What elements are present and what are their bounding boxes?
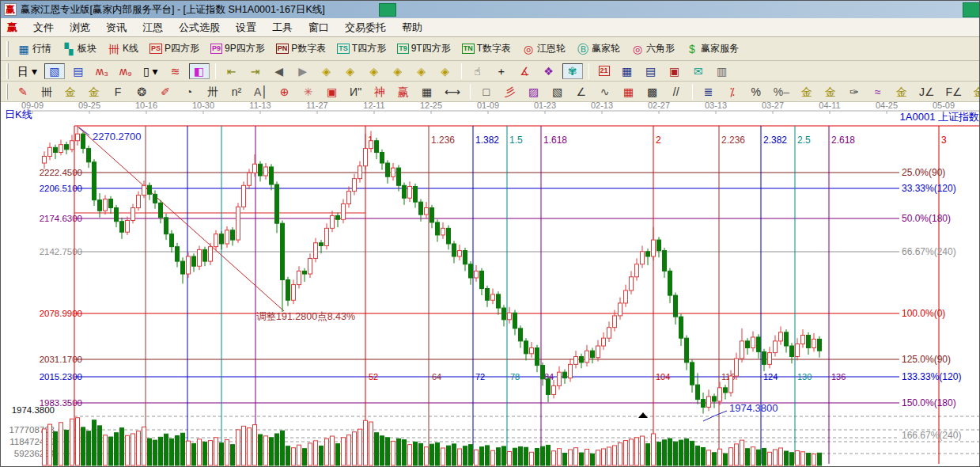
gold-underline-tool[interactable]: 金	[891, 84, 912, 100]
zoom-left-button[interactable]: ◈	[316, 63, 337, 79]
winner-wheel-button[interactable]: Ⓑ赢家轮	[573, 40, 624, 57]
percent-line-tool[interactable]: %–	[770, 84, 793, 100]
brain-tool[interactable]: ✾	[562, 63, 583, 79]
seal-tool[interactable]: ❖	[539, 63, 559, 79]
title-bar[interactable]: 赢 赢家江恩专业版[赢家内部服务平台] - [上证指数 SH1A0001-167…	[1, 1, 980, 18]
chart-region[interactable]: 日K线1A0001 上证指数09-0909-2510-1610-3011-131…	[1, 102, 980, 467]
grid-red-tool[interactable]: ▦	[619, 84, 639, 100]
t-table-button[interactable]: TNT数字表	[458, 40, 515, 57]
zigzag-tool[interactable]: ∿	[595, 84, 615, 100]
pencil2-tool[interactable]: ✐	[155, 84, 176, 100]
nav-next-button[interactable]: ▶	[293, 63, 313, 79]
gold-lines-tool[interactable]: 金	[820, 84, 841, 100]
angle-measure-tool[interactable]: ∡	[515, 63, 535, 79]
parallel-tool[interactable]: //	[666, 84, 687, 100]
scale-list-tool[interactable]: ≣	[698, 84, 719, 100]
wave-a-tool[interactable]: ≈	[868, 84, 888, 100]
grid123-tool[interactable]: ▦	[417, 84, 437, 100]
zoom-out-button[interactable]: ◈	[435, 63, 456, 79]
p-square-button[interactable]: PSP四方形	[146, 40, 203, 57]
period-day-dropdown[interactable]: 日 ▾	[13, 63, 41, 79]
menu-item-6[interactable]: 设置	[228, 19, 264, 36]
n-square-tool[interactable]: n²	[226, 84, 247, 100]
gold-comb-tool[interactable]: 金	[60, 84, 81, 100]
zoom-right-button[interactable]: ◈	[340, 63, 361, 79]
menu-item-8[interactable]: 窗口	[301, 19, 337, 36]
menu-item-4[interactable]: 江恩	[134, 19, 171, 36]
grid-circle-tool[interactable]: ▣	[322, 84, 342, 100]
t-square-button[interactable]: TST四方形	[333, 40, 390, 57]
fractal-tool[interactable]: ≋	[165, 63, 186, 79]
comb2-tool[interactable]: 卅	[202, 84, 223, 100]
calculator-tool[interactable]: ▦	[617, 63, 638, 79]
save-tool[interactable]: ▣	[664, 63, 685, 79]
9t-square-button[interactable]: T99T四方形	[393, 40, 455, 57]
sector-button[interactable]: ▚板块	[59, 40, 100, 57]
hexagon-button[interactable]: ◎六角形	[627, 40, 679, 57]
clock-circle-tool[interactable]: ◔	[179, 84, 199, 100]
circle-cross-tool[interactable]: ⊕	[274, 84, 295, 100]
a-channel-tool[interactable]: A⎮	[250, 84, 271, 100]
percent-tool[interactable]: %	[746, 84, 766, 100]
9p-square-button[interactable]: P99P四方形	[206, 40, 269, 57]
k-quote-tool[interactable]: И"	[346, 84, 366, 100]
menu-item-3[interactable]: 资讯	[98, 19, 134, 36]
fan-square-tool[interactable]: ▧	[547, 84, 568, 100]
kline-button[interactable]: 卌K线	[104, 40, 142, 57]
menu-item-2[interactable]: 浏览	[62, 19, 98, 36]
spiral5-tool[interactable]: ❂	[131, 84, 152, 100]
shen-tool[interactable]: 神	[369, 84, 390, 100]
menu-item-10[interactable]: 帮助	[394, 19, 430, 36]
f-angle-tool[interactable]: F∠	[942, 84, 967, 100]
quote-button[interactable]: ▦行情	[13, 40, 55, 57]
pattern-tool[interactable]: ▧	[44, 63, 65, 79]
j-angle-tool[interactable]: J∠	[915, 84, 939, 100]
report-tool[interactable]: ▤	[68, 63, 89, 79]
volume-bar	[541, 446, 545, 465]
print-tool[interactable]: ▥	[712, 63, 732, 79]
gold-comb2-tool[interactable]: 金	[84, 84, 104, 100]
zoom-in-button[interactable]: ◈	[411, 63, 432, 79]
gann-box-tool[interactable]: □	[476, 84, 497, 100]
calendar-tool[interactable]: 21	[595, 64, 614, 78]
zoom-v-button[interactable]: ◈	[388, 63, 408, 79]
mail-tool[interactable]: ✉	[688, 63, 709, 79]
wave9-tool[interactable]: ʍ₉	[115, 63, 136, 79]
menu-item-5[interactable]: 公式选股	[171, 19, 228, 36]
candle-body	[480, 271, 484, 288]
comb-lines-tool[interactable]: 卌	[36, 84, 57, 100]
histogram-tool[interactable]: ◧	[189, 63, 210, 79]
menu-item-9[interactable]: 交易委托	[337, 19, 394, 36]
flower-tool[interactable]: ✳	[298, 84, 319, 100]
angles-tool[interactable]: ∠	[571, 84, 592, 100]
gold-angle-tool[interactable]: 金∠	[970, 84, 980, 100]
candle-body	[93, 162, 96, 200]
gold-circle-tool[interactable]: 金	[796, 84, 817, 100]
crosshair-tool[interactable]: ＋	[491, 63, 512, 79]
fan-box-tool[interactable]: ▨	[524, 84, 544, 100]
nav-prev-button[interactable]: ◀	[269, 63, 289, 79]
gann-wheel-button[interactable]: ◎江恩轮	[518, 40, 569, 57]
pencil-tool[interactable]: ✎	[13, 84, 33, 100]
zoom-h-button[interactable]: ◈	[364, 63, 384, 79]
menu-item-7[interactable]: 工具	[264, 19, 301, 36]
candle-body	[785, 332, 789, 346]
f-lines-tool[interactable]: F	[108, 84, 128, 100]
nav-last-button[interactable]: ⇥	[245, 63, 266, 79]
hand-tool[interactable]: ☝	[467, 63, 488, 79]
notes-tool[interactable]: ▤	[641, 63, 661, 79]
nav-first-button[interactable]: ⇤	[221, 63, 242, 79]
fan-lines-tool[interactable]: 彡	[500, 84, 520, 100]
wave3-tool[interactable]: ʍ₃	[92, 63, 112, 79]
winner-service-button[interactable]: $赢家服务	[682, 40, 743, 57]
airbrush-tool[interactable]: ✑	[844, 84, 865, 100]
kline-chart[interactable]: 日K线1A0001 上证指数09-0909-2510-1610-3011-131…	[1, 102, 980, 467]
p-table-button[interactable]: PNP数字表	[272, 40, 331, 57]
volume-bar	[812, 454, 816, 465]
menu-item-1[interactable]: 文件	[25, 19, 62, 36]
span-arrow-tool[interactable]: ⟷	[441, 84, 464, 100]
percent7-tool[interactable]: ⁒	[722, 84, 743, 100]
grid-dark-tool[interactable]: ▩	[642, 84, 663, 100]
ying-tool[interactable]: 赢	[393, 84, 414, 100]
candle-style-dropdown[interactable]: ▯ ▾	[139, 63, 162, 79]
